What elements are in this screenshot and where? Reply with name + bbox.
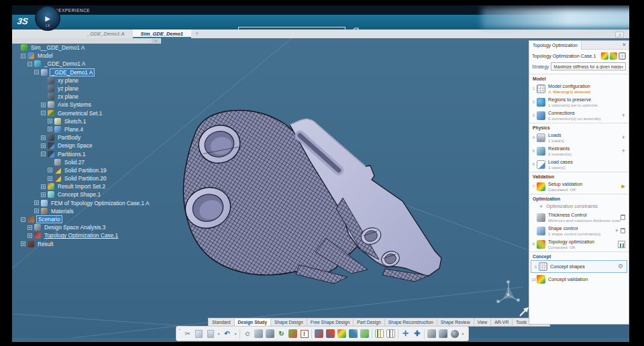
tree-item-concept-shape[interactable]: +Concept Shape.1 — [14, 190, 151, 198]
tree-item-axis-systems[interactable]: +Axis Systems — [14, 101, 151, 109]
tree-item-solid-partition-20[interactable]: +Solid Partition.20 — [14, 174, 151, 182]
tree-item-solid-partition-19[interactable]: +Solid Partition.19 — [14, 166, 151, 174]
fem-display-icon[interactable] — [349, 329, 358, 338]
tree-item-model[interactable]: −Model — [14, 52, 151, 60]
row-restraints[interactable]: 5 Restraints2 restraint(s) + — [529, 144, 629, 158]
expand-toggle[interactable]: + — [21, 241, 25, 246]
import-results-icon[interactable] — [601, 52, 608, 60]
row-optimization-constraints[interactable]: + Optimization constraints — [529, 202, 629, 211]
doc-tab[interactable]: _GDE_Demo1 A — [79, 30, 133, 38]
fem-results-icon[interactable] — [337, 329, 346, 338]
tree-item-root[interactable]: Sim__GDE_Demo1 A — [14, 44, 151, 52]
expand-toggle[interactable]: + — [28, 225, 32, 230]
gear-3d-icon[interactable] — [427, 329, 436, 338]
expand-toggle[interactable]: + — [41, 135, 46, 140]
row-model-configuration[interactable]: 1 Model configuration⚠ Warning(s) detect… — [529, 82, 629, 95]
add-icon[interactable]: + — [615, 228, 619, 233]
table-view-icon[interactable] — [619, 52, 626, 60]
row-load-cases[interactable]: 6 Load cases1 case(s) — [529, 158, 629, 171]
filters-icon[interactable] — [386, 329, 395, 338]
paste-icon[interactable] — [207, 330, 214, 338]
topology-optimized-part[interactable] — [180, 110, 441, 284]
export-results-icon[interactable] — [610, 52, 617, 60]
expand-toggle[interactable]: + — [41, 103, 46, 107]
trash-icon[interactable] — [621, 215, 625, 220]
zoom-icon[interactable] — [246, 332, 250, 336]
expand-toggle[interactable]: + — [48, 119, 52, 123]
expand-toggle[interactable]: − — [41, 111, 46, 115]
row-thickness-control[interactable]: Thickness ControlMinimum and maximum thi… — [529, 211, 629, 224]
tree-item-fem[interactable]: +FEM of Topology Optimization Case.1 A — [14, 199, 151, 207]
expand-toggle[interactable]: + — [48, 168, 52, 172]
expand-toggle[interactable]: + — [48, 127, 52, 131]
expand-corner-button[interactable]: ◿ — [615, 32, 624, 38]
tree-item-xy-plane[interactable]: xy plane — [14, 76, 151, 84]
sweep-icon[interactable] — [439, 329, 447, 338]
new-tab-button[interactable]: + — [191, 30, 203, 38]
manipulation-icon[interactable] — [254, 329, 263, 338]
simulation-update-icon[interactable] — [288, 329, 297, 338]
row-shape-control[interactable]: Shape control1 shape control constraint(… — [529, 224, 629, 237]
paste-dropdown-icon[interactable]: ▾ — [217, 329, 221, 339]
expand-toggle[interactable]: − — [21, 54, 25, 58]
compass-icon[interactable]: ▶1.8 — [35, 5, 60, 31]
row-topology-optimization[interactable]: 8 Topology optimizationComputed: OK — [529, 237, 629, 251]
align-plane-icon[interactable]: ✛ — [400, 329, 411, 339]
row-setup-validation[interactable]: 7 Setup validationCalculated: OK ▶ — [529, 180, 629, 193]
tree-item-geometrical-set[interactable]: −Geometrical Set.1 — [14, 109, 151, 117]
sphere-dropdown-icon[interactable]: ▾ — [461, 329, 465, 339]
material-sphere-icon[interactable] — [451, 330, 459, 338]
expand-toggle[interactable]: − — [21, 217, 25, 222]
mesh-morph-icon[interactable] — [315, 329, 323, 338]
expand-toggle[interactable]: + — [41, 192, 46, 197]
tab-ar-vr[interactable]: AR-VR — [490, 318, 512, 327]
tree-item-yz-plane[interactable]: yz plane — [14, 84, 151, 93]
tab-view[interactable]: View — [474, 318, 491, 327]
add-icon[interactable]: + — [622, 135, 625, 140]
row-connections[interactable]: 3 Connections0 connection(s) on assembly… — [529, 109, 629, 122]
tree-item-sketch[interactable]: +Sketch.1 — [14, 117, 151, 125]
tree-item-partbody[interactable]: +PartBody — [14, 133, 151, 141]
expand-toggle[interactable]: − — [41, 152, 46, 156]
doc-tab-active[interactable]: Sim_GDE_Demo1 — [133, 30, 191, 38]
cut-icon[interactable]: ✂ — [182, 329, 193, 339]
row-loads[interactable]: 4 Loads1 load(s) + — [529, 131, 629, 144]
tree-item-result[interactable]: +Result — [14, 240, 151, 248]
tree-item-topology-case[interactable]: +Topology Optimization Case.1 — [14, 231, 151, 239]
exploded-view-icon[interactable] — [266, 329, 274, 338]
resize-handle-icon[interactable] — [520, 307, 529, 316]
expand-toggle[interactable]: + — [48, 176, 52, 181]
expand-toggle[interactable]: + — [41, 143, 46, 148]
tree-item-materials[interactable]: +Materials — [14, 207, 151, 215]
tree-item-plane4[interactable]: +Plane.4 — [14, 125, 151, 133]
row-concept-shapes[interactable]: 9 Concept shapes ⚙ — [531, 260, 627, 273]
collapse-tree-button[interactable]: < — [152, 39, 160, 43]
tree-item-zx-plane[interactable]: zx plane — [14, 93, 151, 101]
close-icon[interactable]: ✕ — [621, 42, 627, 48]
move-icon[interactable]: ✚ — [412, 329, 422, 339]
tab-tools[interactable]: Tools — [512, 318, 530, 327]
undo-dropdown-icon[interactable]: ▾ — [233, 329, 237, 339]
panel-tab[interactable]: Topology Optimization — [529, 41, 582, 50]
expand-toggle[interactable]: + — [41, 184, 46, 189]
row-regions-to-preserve[interactable]: 2 Regions to preserve1 volume(s) set to … — [529, 95, 629, 109]
tree-item-scenario[interactable]: −Scenario — [14, 215, 151, 223]
play-icon[interactable]: ▶ — [622, 184, 625, 189]
tree-item-solid27[interactable]: Solid.27 — [14, 158, 151, 166]
expand-toggle[interactable]: + — [34, 200, 39, 205]
tree-item-product[interactable]: −_GDE_Demo1 A — [14, 60, 151, 68]
tree-item-design-space[interactable]: +Design Space — [14, 141, 151, 150]
row-concept-validation[interactable]: 10 Concept validation — [529, 274, 629, 285]
navigation-triad-icon[interactable] — [497, 281, 519, 302]
tree-item-partitions[interactable]: −Partitions.1 — [14, 150, 151, 158]
copy-icon[interactable] — [195, 330, 203, 338]
strategy-select[interactable]: Maximize stiffness for a given mass ▾ — [551, 62, 626, 70]
settings-colored-icon[interactable] — [360, 329, 369, 338]
undo-icon[interactable]: ↶ — [222, 329, 232, 339]
dassault-3ds-logo[interactable]: 3S — [17, 16, 29, 26]
expand-toggle[interactable]: + — [28, 233, 32, 238]
mesh-check-icon[interactable] — [326, 329, 335, 338]
error-report-icon[interactable]: ! — [301, 330, 309, 338]
tree-item-design-space-analysis[interactable]: +Design Space Analysis.3 — [14, 223, 151, 231]
trash-icon[interactable] — [621, 228, 625, 233]
